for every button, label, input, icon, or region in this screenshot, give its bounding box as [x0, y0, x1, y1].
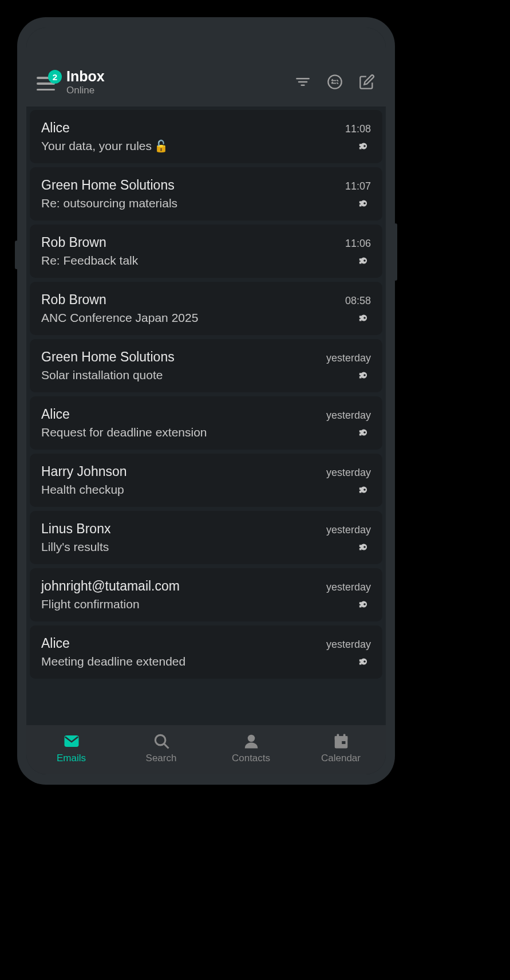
phone-frame: 2 Inbox Online — [17, 17, 395, 785]
encryption-key-icon — [358, 598, 371, 611]
email-item[interactable]: Alice11:08Your data, your rules🔓 — [30, 110, 382, 163]
phone-screen: 2 Inbox Online — [26, 27, 386, 774]
phone-side-button — [394, 223, 397, 281]
email-sender: Rob Brown — [41, 292, 106, 308]
encryption-key-icon — [358, 483, 371, 496]
svg-rect-9 — [334, 736, 347, 739]
svg-rect-11 — [343, 734, 345, 738]
email-subject: Flight confirmation — [41, 597, 140, 611]
email-time: yesterday — [326, 352, 371, 364]
encryption-key-icon — [358, 312, 371, 324]
email-subject: Request for deadline extension — [41, 426, 207, 439]
email-item[interactable]: johnright@tutamail.comyesterdayFlight co… — [30, 568, 382, 621]
email-sender: Alice — [41, 407, 70, 422]
email-sender: Alice — [41, 120, 70, 136]
email-subject: Your data, your rules🔓 — [41, 139, 168, 153]
phone-side-button-left — [15, 241, 18, 269]
nav-calendar-label: Calendar — [321, 753, 361, 764]
email-item[interactable]: Green Home SolutionsyesterdaySolar insta… — [30, 339, 382, 392]
svg-point-3 — [328, 75, 341, 88]
email-item[interactable]: AliceyesterdayRequest for deadline exten… — [30, 396, 382, 450]
person-icon — [242, 732, 260, 750]
nav-contacts[interactable]: Contacts — [206, 732, 296, 764]
header-actions — [294, 73, 375, 90]
email-time: 08:58 — [345, 295, 371, 307]
email-time: 11:08 — [345, 123, 371, 135]
search-icon — [152, 732, 171, 750]
mail-icon — [62, 732, 81, 750]
email-subject: Health checkup — [41, 483, 124, 497]
filter-button[interactable] — [294, 73, 311, 90]
bottom-nav: Emails Search Contacts — [26, 725, 386, 774]
nav-contacts-label: Contacts — [232, 753, 270, 764]
email-sender: Linus Bronx — [41, 521, 110, 537]
status-label: Online — [66, 85, 286, 96]
nav-calendar[interactable]: Calendar — [296, 732, 386, 764]
email-time: yesterday — [326, 639, 371, 651]
email-sender: Rob Brown — [41, 235, 106, 250]
menu-button[interactable]: 2 — [37, 73, 58, 90]
compose-button[interactable] — [358, 73, 375, 90]
email-list[interactable]: Alice11:08Your data, your rules🔓Green Ho… — [26, 107, 386, 725]
email-subject: Re: outsourcing materials — [41, 196, 177, 210]
email-time: 11:07 — [345, 180, 371, 192]
nav-search-label: Search — [146, 753, 177, 764]
email-time: 11:06 — [345, 238, 371, 250]
email-subject: ANC Conference Japan 2025 — [41, 311, 198, 325]
svg-point-5 — [155, 735, 165, 745]
status-bar — [26, 27, 386, 62]
email-item[interactable]: Rob Brown08:58ANC Conference Japan 2025 — [30, 282, 382, 335]
nav-emails-label: Emails — [57, 753, 86, 764]
email-item[interactable]: Harry JohnsonyesterdayHealth checkup — [30, 454, 382, 507]
lock-emoji-icon: 🔓 — [154, 140, 168, 152]
encryption-key-icon — [358, 541, 371, 553]
email-time: yesterday — [326, 524, 371, 536]
encryption-key-icon — [358, 655, 371, 668]
svg-rect-10 — [337, 734, 339, 738]
svg-line-6 — [164, 744, 169, 749]
compose-icon — [359, 74, 375, 90]
email-sender: Green Home Solutions — [41, 349, 175, 365]
calendar-icon — [332, 732, 350, 750]
filter-icon — [295, 74, 311, 90]
unread-badge: 2 — [48, 70, 62, 84]
nav-search[interactable]: Search — [116, 732, 206, 764]
email-subject: Lilly's results — [41, 540, 109, 554]
email-time: yesterday — [326, 467, 371, 479]
svg-point-7 — [247, 735, 255, 742]
email-item[interactable]: AliceyesterdayMeeting deadline extended — [30, 625, 382, 679]
email-item[interactable]: Linus BronxyesterdayLilly's results — [30, 511, 382, 564]
email-subject: Re: Feedback talk — [41, 254, 138, 267]
encryption-key-icon — [358, 426, 371, 439]
email-sender: Alice — [41, 636, 70, 651]
email-time: yesterday — [326, 410, 371, 422]
encryption-key-icon — [358, 197, 371, 210]
email-item[interactable]: Green Home Solutions11:07Re: outsourcing… — [30, 167, 382, 221]
encryption-key-icon — [358, 369, 371, 381]
checklist-icon — [327, 74, 343, 90]
email-item[interactable]: Rob Brown11:06Re: Feedback talk — [30, 225, 382, 278]
encryption-key-icon — [358, 254, 371, 267]
mark-read-button[interactable] — [326, 73, 343, 90]
email-subject: Meeting deadline extended — [41, 655, 185, 668]
email-sender: johnright@tutamail.com — [41, 578, 180, 594]
svg-rect-12 — [342, 741, 345, 744]
email-sender: Harry Johnson — [41, 464, 127, 479]
nav-emails[interactable]: Emails — [26, 732, 116, 764]
app-header: 2 Inbox Online — [26, 62, 386, 107]
folder-title: Inbox — [66, 68, 286, 85]
encryption-key-icon — [358, 140, 371, 152]
header-title-group: Inbox Online — [66, 68, 286, 96]
email-subject: Solar installation quote — [41, 368, 163, 382]
email-sender: Green Home Solutions — [41, 178, 175, 193]
email-time: yesterday — [326, 581, 371, 593]
